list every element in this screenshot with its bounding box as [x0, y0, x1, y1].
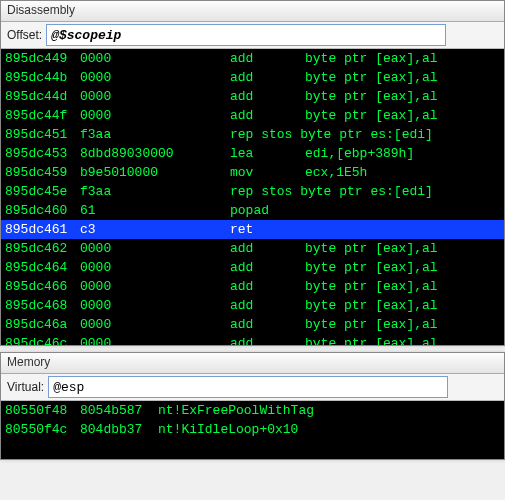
mnemonic-cell: mov [230, 163, 305, 182]
mnemonic-cell: add [230, 277, 305, 296]
mnemonic-cell: add [230, 68, 305, 87]
addr-cell: 895dc459 [5, 163, 80, 182]
offset-input[interactable] [46, 24, 446, 46]
mnemonic-cell: add [230, 87, 305, 106]
operands-cell: byte ptr [eax],al [305, 87, 438, 106]
mnemonic-cell: add [230, 334, 305, 345]
disassembly-row[interactable]: 895dc44b0000addbyte ptr [eax],al [1, 68, 504, 87]
addr-cell: 895dc451 [5, 125, 80, 144]
addr-cell: 895dc468 [5, 296, 80, 315]
mem-symbol-cell: nt!KiIdleLoop+0x10 [158, 420, 298, 439]
bytes-cell: f3aa [80, 125, 230, 144]
operands-cell: byte ptr [eax],al [305, 68, 438, 87]
memory-toolbar: Virtual: [1, 374, 504, 401]
disassembly-row[interactable]: 895dc4538dbd89030000leaedi,[ebp+389h] [1, 144, 504, 163]
disassembly-row[interactable]: 895dc45ef3aarep stos byte ptr es:[edi] [1, 182, 504, 201]
memory-title: Memory [1, 353, 504, 374]
mnemonic-cell: add [230, 315, 305, 334]
addr-cell: 895dc46a [5, 315, 80, 334]
bytes-cell: 0000 [80, 49, 230, 68]
disassembly-toolbar: Offset: [1, 22, 504, 49]
addr-cell: 895dc462 [5, 239, 80, 258]
disassembly-row[interactable]: 895dc46c0000addbyte ptr [eax],al [1, 334, 504, 345]
operands-cell: byte ptr [eax],al [305, 258, 438, 277]
mnemonic-cell: rep stos [230, 182, 300, 201]
operands-cell: byte ptr es:[edi] [300, 182, 433, 201]
operands-cell: byte ptr [eax],al [305, 334, 438, 345]
addr-cell: 895dc466 [5, 277, 80, 296]
disassembly-row[interactable]: 895dc4620000addbyte ptr [eax],al [1, 239, 504, 258]
bytes-cell: 0000 [80, 106, 230, 125]
mnemonic-cell: add [230, 258, 305, 277]
operands-cell: byte ptr [eax],al [305, 239, 438, 258]
disassembly-row[interactable]: 895dc459b9e5010000movecx,1E5h [1, 163, 504, 182]
disassembly-row[interactable]: 895dc4680000addbyte ptr [eax],al [1, 296, 504, 315]
addr-cell: 895dc44d [5, 87, 80, 106]
bytes-cell: 0000 [80, 296, 230, 315]
addr-cell: 895dc46c [5, 334, 80, 345]
operands-cell: ecx,1E5h [305, 163, 367, 182]
operands-cell: byte ptr [eax],al [305, 296, 438, 315]
addr-cell: 895dc464 [5, 258, 80, 277]
mnemonic-cell: add [230, 296, 305, 315]
bytes-cell: 0000 [80, 277, 230, 296]
mem-addr-cell: 80550f48 [5, 401, 80, 420]
mnemonic-cell: rep stos [230, 125, 300, 144]
mnemonic-cell: add [230, 49, 305, 68]
memory-listing[interactable]: 80550f488054b587nt!ExFreePoolWithTag8055… [1, 401, 504, 459]
bytes-cell: 61 [80, 201, 230, 220]
memory-row[interactable]: 80550f488054b587nt!ExFreePoolWithTag [1, 401, 504, 420]
mnemonic-cell: add [230, 106, 305, 125]
disassembly-row[interactable]: 895dc451f3aarep stos byte ptr es:[edi] [1, 125, 504, 144]
addr-cell: 895dc453 [5, 144, 80, 163]
bytes-cell: 0000 [80, 334, 230, 345]
disassembly-panel: Disassembly Offset: 895dc4490000addbyte … [0, 0, 505, 346]
disassembly-row[interactable]: 895dc46061popad [1, 201, 504, 220]
disassembly-row[interactable]: 895dc44f0000addbyte ptr [eax],al [1, 106, 504, 125]
mem-symbol-cell: nt!ExFreePoolWithTag [158, 401, 314, 420]
bytes-cell: 0000 [80, 87, 230, 106]
disassembly-row[interactable]: 895dc461c3ret [1, 220, 504, 239]
addr-cell: 895dc44b [5, 68, 80, 87]
mnemonic-cell: ret [230, 220, 305, 239]
disassembly-row[interactable]: 895dc4640000addbyte ptr [eax],al [1, 258, 504, 277]
bytes-cell: 0000 [80, 315, 230, 334]
virtual-input[interactable] [48, 376, 448, 398]
disassembly-row[interactable]: 895dc44d0000addbyte ptr [eax],al [1, 87, 504, 106]
disassembly-listing[interactable]: 895dc4490000addbyte ptr [eax],al895dc44b… [1, 49, 504, 345]
addr-cell: 895dc460 [5, 201, 80, 220]
disassembly-row[interactable]: 895dc4490000addbyte ptr [eax],al [1, 49, 504, 68]
disassembly-row[interactable]: 895dc4660000addbyte ptr [eax],al [1, 277, 504, 296]
memory-panel: Memory Virtual: 80550f488054b587nt!ExFre… [0, 352, 505, 460]
operands-cell: byte ptr [eax],al [305, 277, 438, 296]
operands-cell: byte ptr [eax],al [305, 106, 438, 125]
disassembly-title: Disassembly [1, 1, 504, 22]
operands-cell: byte ptr [eax],al [305, 49, 438, 68]
mem-value-cell: 804dbb37 [80, 420, 158, 439]
bytes-cell: 8dbd89030000 [80, 144, 230, 163]
addr-cell: 895dc45e [5, 182, 80, 201]
operands-cell: edi,[ebp+389h] [305, 144, 414, 163]
operands-cell: byte ptr es:[edi] [300, 125, 433, 144]
bytes-cell: 0000 [80, 68, 230, 87]
mnemonic-cell: add [230, 239, 305, 258]
addr-cell: 895dc461 [5, 220, 80, 239]
bytes-cell: 0000 [80, 258, 230, 277]
addr-cell: 895dc449 [5, 49, 80, 68]
addr-cell: 895dc44f [5, 106, 80, 125]
mnemonic-cell: lea [230, 144, 305, 163]
bytes-cell: c3 [80, 220, 230, 239]
offset-label: Offset: [7, 28, 42, 42]
mnemonic-cell: popad [230, 201, 305, 220]
mem-value-cell: 8054b587 [80, 401, 158, 420]
mem-addr-cell: 80550f4c [5, 420, 80, 439]
bytes-cell: 0000 [80, 239, 230, 258]
virtual-label: Virtual: [7, 380, 44, 394]
memory-row[interactable]: 80550f4c804dbb37nt!KiIdleLoop+0x10 [1, 420, 504, 439]
operands-cell: byte ptr [eax],al [305, 315, 438, 334]
disassembly-row[interactable]: 895dc46a0000addbyte ptr [eax],al [1, 315, 504, 334]
bytes-cell: f3aa [80, 182, 230, 201]
bytes-cell: b9e5010000 [80, 163, 230, 182]
